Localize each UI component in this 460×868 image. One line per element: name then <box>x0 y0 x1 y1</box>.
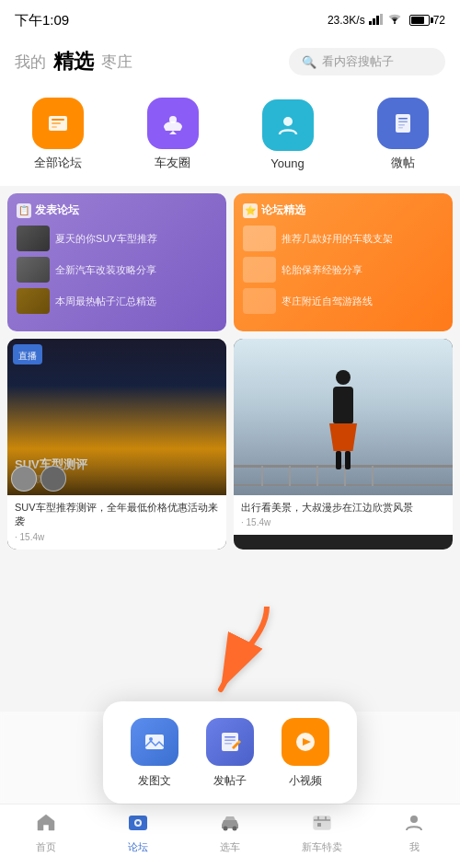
category-friends[interactable]: 车友圈 <box>147 98 199 171</box>
young-label: Young <box>270 156 304 170</box>
category-young[interactable]: Young <box>262 99 314 170</box>
select-car-icon <box>219 812 241 838</box>
card-selected-title-icon: ⭐ <box>243 203 258 218</box>
status-time: 下午1:09 <box>15 12 69 29</box>
svg-point-4 <box>394 22 396 24</box>
svg-point-29 <box>233 826 237 830</box>
svg-point-28 <box>224 826 228 830</box>
nav-city[interactable]: 枣庄 <box>101 52 132 73</box>
popup-post-icon <box>206 718 254 766</box>
search-icon: 🔍 <box>302 55 316 69</box>
young-icon <box>262 99 314 151</box>
card-photo-container <box>234 339 453 495</box>
card-photo-meta: · 15.4w <box>241 516 445 529</box>
friends-label: 车友圈 <box>155 155 190 171</box>
svg-rect-13 <box>398 122 408 123</box>
popup-image[interactable]: 发图文 <box>131 718 178 789</box>
railing-v2 <box>289 466 291 486</box>
card-car-bg: SUV车型测评 全年最低价 直播 <box>7 339 226 495</box>
nav-home-label: 首页 <box>36 840 56 854</box>
person-figure <box>329 370 357 469</box>
svg-rect-8 <box>52 126 57 128</box>
svg-rect-21 <box>224 740 236 742</box>
nav-new-car-label: 新车特卖 <box>302 840 342 854</box>
nav-select-car-label: 选车 <box>220 840 240 854</box>
signal-bars <box>369 14 384 28</box>
nav-item-forum[interactable]: 论坛 <box>92 812 184 854</box>
wifi-icon <box>387 14 402 28</box>
new-car-icon <box>311 812 333 838</box>
popup-image-label: 发图文 <box>138 773 171 789</box>
card-forum-title-row: 📋 发表论坛 <box>17 203 217 218</box>
card-item-1: 夏天的你SUV车型推荐 <box>17 226 217 251</box>
card-s-item-2-text: 轮胎保养经验分享 <box>282 263 362 276</box>
svg-rect-19 <box>222 733 238 751</box>
svg-rect-7 <box>52 122 61 124</box>
popup-post-label: 发帖子 <box>213 773 247 789</box>
railing-h2 <box>234 484 453 486</box>
card-photo-caption: 出行看美景，大叔漫步在江边欣赏风景 · 15.4w <box>234 495 453 535</box>
nav-item-new-car[interactable]: 新车特卖 <box>276 812 368 854</box>
card-item-3-text: 本周最热帖子汇总精选 <box>55 295 156 307</box>
nav-item-mine[interactable]: 我 <box>368 812 460 854</box>
card-item-1-text: 夏天的你SUV车型推荐 <box>55 232 157 245</box>
category-micro[interactable]: 微帖 <box>377 98 429 171</box>
nav-mine[interactable]: 我的 <box>15 52 46 73</box>
nav-selected[interactable]: 精选 <box>53 48 94 75</box>
popup-overlay: 发图文 发帖子 小视频 <box>0 701 460 804</box>
card-selected[interactable]: ⭐ 论坛精选 推荐几款好用的车载支架 轮胎保养经验分享 枣庄附近自驾游路线 <box>234 193 453 331</box>
search-bar[interactable]: 🔍 看内容搜帖子 <box>289 48 445 75</box>
card-car-meta: · 15.4w <box>15 531 219 544</box>
card-selected-title-row: ⭐ 论坛精选 <box>243 203 443 218</box>
card-car-caption: SUV车型推荐测评，全年最低价格优惠活动来袭 · 15.4w <box>7 495 226 550</box>
popup-post[interactable]: 发帖子 <box>206 718 254 789</box>
railing-v5 <box>372 466 374 486</box>
card-item-2-text: 全新汽车改装攻略分享 <box>55 263 156 276</box>
railing-v1 <box>261 466 263 486</box>
svg-rect-6 <box>52 119 64 121</box>
home-icon <box>35 812 57 838</box>
popup-menu: 发图文 发帖子 小视频 <box>103 701 357 804</box>
bottom-nav: 首页 论坛 选车 <box>0 804 460 868</box>
railing-v3 <box>316 466 318 486</box>
card-s-item-1-text: 推荐几款好用的车载支架 <box>282 232 393 245</box>
svg-rect-0 <box>369 21 372 25</box>
svg-rect-2 <box>376 16 379 25</box>
card-photo[interactable]: 出行看美景，大叔漫步在江边欣赏风景 · 15.4w <box>234 339 453 550</box>
micro-icon <box>377 98 429 149</box>
nav-forum-label: 论坛 <box>128 840 148 854</box>
nav-mine-label: 我 <box>409 840 420 854</box>
card-forum[interactable]: 📋 发表论坛 夏天的你SUV车型推荐 全新汽车改装攻略分享 本周最热帖子汇总精选 <box>7 193 226 331</box>
forum-nav-icon <box>127 812 149 838</box>
card-photo-caption-text: 出行看美景，大叔漫步在江边欣赏风景 <box>241 501 445 515</box>
status-bar: 下午1:09 23.3K/s 72 <box>0 0 460 41</box>
battery-text: 72 <box>433 14 445 27</box>
category-forum[interactable]: 全部论坛 <box>32 98 84 171</box>
svg-rect-30 <box>314 816 330 829</box>
header: 我的 精选 枣庄 🔍 看内容搜帖子 <box>0 41 460 87</box>
card-selected-title: 论坛精选 <box>261 203 305 218</box>
forum-label: 全部论坛 <box>34 155 82 171</box>
status-icons: 23.3K/s 72 <box>328 14 445 28</box>
popup-video[interactable]: 小视频 <box>282 718 329 789</box>
card-item-2: 全新汽车改装攻略分享 <box>17 257 217 283</box>
svg-point-27 <box>136 821 140 825</box>
category-row: 全部论坛 车友圈 Young <box>0 87 460 186</box>
nav-item-select-car[interactable]: 选车 <box>184 812 276 854</box>
svg-rect-17 <box>145 735 164 749</box>
popup-video-label: 小视频 <box>289 773 322 789</box>
card-car-video[interactable]: SUV车型测评 全年最低价 直播 SUV车型推荐测评，全年最低价格优惠活动来袭 … <box>7 339 226 550</box>
svg-rect-1 <box>373 18 375 25</box>
card-car-caption-text: SUV车型推荐测评，全年最低价格优惠活动来袭 <box>15 501 219 529</box>
card-persons <box>11 466 223 492</box>
card-forum-title-icon: 📋 <box>17 203 31 218</box>
card-s-item-3: 枣庄附近自驾游路线 <box>243 288 443 314</box>
micro-label: 微帖 <box>391 155 415 171</box>
friends-icon <box>147 98 199 149</box>
nav-item-home[interactable]: 首页 <box>0 812 92 854</box>
svg-rect-3 <box>380 14 383 25</box>
svg-point-10 <box>283 117 293 126</box>
svg-point-32 <box>410 816 418 823</box>
arrow-overlay <box>193 607 304 702</box>
card-forum-title: 发表论坛 <box>35 203 79 218</box>
